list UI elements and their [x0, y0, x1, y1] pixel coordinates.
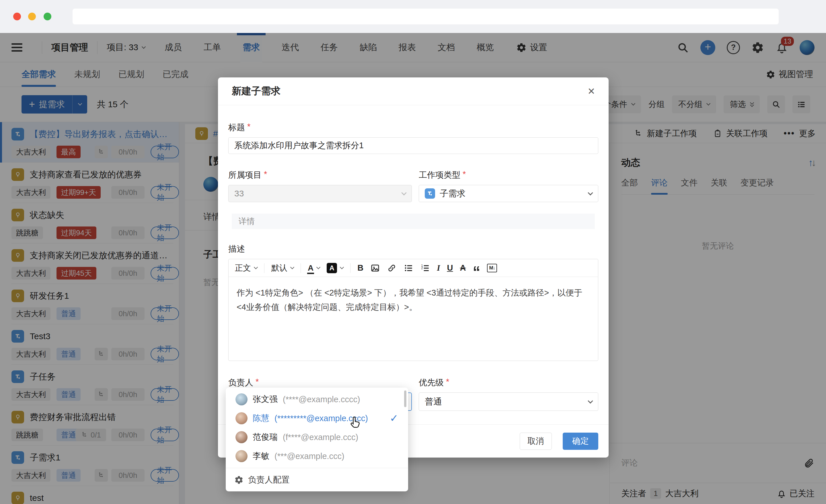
type-field-label: 工作项类型	[419, 170, 460, 181]
link-button[interactable]	[387, 263, 397, 273]
avatar	[235, 393, 247, 405]
description-content[interactable]: 作为 <1特定角色> （在 <2特定场景> 下），我希望 <3通过特定的手段、方…	[229, 277, 598, 323]
description-field-label: 描述	[228, 243, 245, 255]
numbered-list-button[interactable]: 12	[420, 263, 430, 273]
detail-section-band: 详情	[232, 213, 595, 229]
confirm-button[interactable]: 确定	[563, 433, 598, 450]
scrollbar-thumb[interactable]	[404, 390, 406, 407]
owner-option[interactable]: 李敏 (***@example.ccc)	[226, 447, 408, 465]
project-select: 33	[228, 185, 412, 202]
modal-title: 新建子需求	[232, 84, 281, 98]
strikethrough-button[interactable]: A	[460, 263, 466, 273]
chevron-down-icon	[316, 265, 320, 269]
editor-toolbar: 正文 默认 A A B 12 I U A “ M↓	[229, 259, 598, 277]
avatar	[235, 431, 247, 443]
required-mark: *	[247, 122, 250, 133]
browser-chrome	[0, 0, 826, 33]
owner-option-selected[interactable]: 陈慧 (*********@example.cccc) ✓	[226, 409, 408, 428]
blockquote-button[interactable]: “	[473, 263, 480, 273]
image-button[interactable]	[370, 263, 380, 273]
avatar	[235, 412, 247, 424]
markdown-button[interactable]: M↓	[487, 264, 497, 272]
title-input[interactable]: 系统添加水印用户故事之需求拆分1	[228, 137, 598, 154]
priority-field-label: 优先级	[419, 377, 444, 388]
owner-field-label: 负责人	[228, 377, 253, 388]
underline-button[interactable]: U	[447, 263, 453, 273]
owner-option[interactable]: 张文强 (****@example.cccc)	[226, 390, 408, 409]
chevron-down-icon	[588, 190, 593, 195]
svg-text:2: 2	[421, 266, 423, 270]
project-field-label: 所属项目	[228, 170, 261, 181]
text-color-button[interactable]: A	[308, 263, 320, 273]
highlight-color-button[interactable]: A	[327, 263, 343, 273]
cancel-button[interactable]: 取消	[520, 433, 552, 450]
close-icon[interactable]: ×	[588, 85, 595, 97]
chevron-down-icon	[401, 190, 406, 195]
close-window-button[interactable]	[13, 13, 21, 20]
priority-select[interactable]: 普通	[419, 392, 598, 411]
gear-icon	[234, 475, 243, 485]
owner-option[interactable]: 范俊瑞 (f****@example.ccc)	[226, 428, 408, 447]
check-icon: ✓	[390, 412, 398, 424]
paragraph-style-select[interactable]: 正文	[235, 263, 257, 273]
chevron-down-icon	[340, 265, 344, 269]
maximize-window-button[interactable]	[44, 13, 51, 20]
chevron-down-icon	[254, 265, 258, 269]
work-item-type-select[interactable]: 子需求	[419, 185, 598, 202]
font-select[interactable]: 默认	[271, 263, 294, 273]
bold-button[interactable]: B	[357, 263, 363, 273]
owner-options-dropdown: 张文强 (****@example.cccc) 陈慧 (*********@ex…	[226, 388, 408, 491]
chevron-down-icon	[290, 265, 294, 269]
address-bar[interactable]	[72, 9, 779, 24]
rich-text-editor[interactable]: 正文 默认 A A B 12 I U A “ M↓ 作为 <1特定角色> （在 …	[228, 259, 598, 361]
mouse-cursor	[348, 415, 362, 430]
chevron-down-icon	[588, 398, 593, 403]
minimize-window-button[interactable]	[28, 13, 36, 20]
italic-button[interactable]: I	[437, 263, 440, 273]
title-field-label: 标题	[228, 122, 245, 133]
subrequirement-icon	[425, 188, 435, 199]
avatar	[235, 450, 247, 462]
bullet-list-button[interactable]	[404, 263, 413, 273]
owner-config-button[interactable]: 负责人配置	[226, 468, 408, 491]
